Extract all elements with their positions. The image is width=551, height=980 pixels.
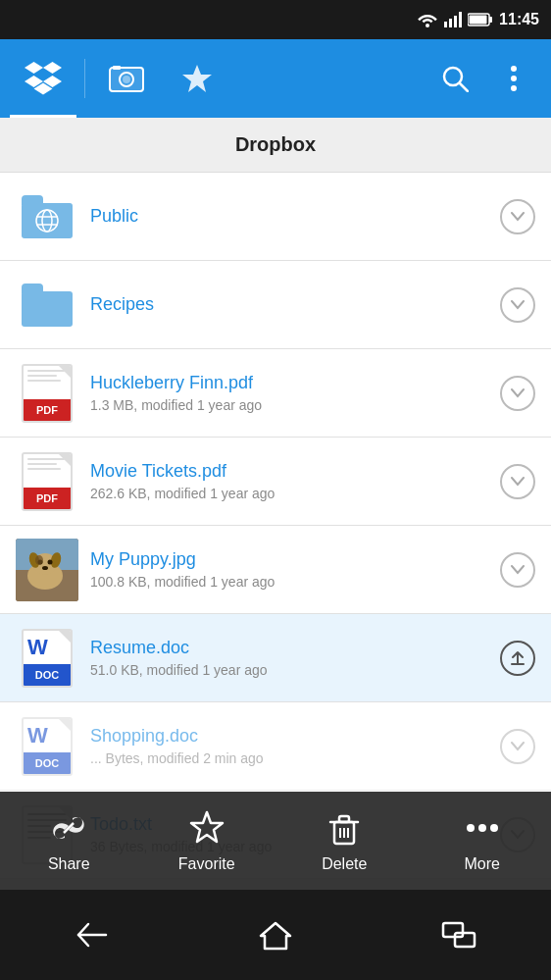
recents-icon [441, 921, 476, 949]
huckleberry-chevron[interactable] [500, 376, 535, 411]
delete-icon [325, 808, 364, 848]
movie-tickets-chevron[interactable] [500, 464, 535, 499]
list-item[interactable]: My Puppy.jpg 100.8 KB, modified 1 year a… [0, 526, 551, 614]
resume-upload-btn[interactable] [500, 641, 535, 676]
shopping-info: Shopping.doc ... Bytes, modified 2 min a… [78, 726, 500, 766]
my-puppy-meta: 100.8 KB, modified 1 year ago [90, 574, 500, 590]
svg-point-50 [490, 824, 498, 832]
public-folder-name: Public [90, 206, 500, 227]
doc-badge-text: DOC [35, 757, 59, 769]
tab-favorites[interactable] [164, 39, 230, 118]
tab-files[interactable] [10, 39, 76, 118]
huckleberry-info: Huckleberry Finn.pdf 1.3 MB, modified 1 … [78, 373, 500, 413]
shopping-chevron[interactable] [500, 729, 535, 764]
svg-point-23 [511, 85, 517, 91]
file-list: Public Recipes [0, 173, 551, 879]
movie-tickets-icon-wrap: PDF [16, 450, 78, 513]
upload-icon [509, 649, 526, 667]
svg-point-22 [511, 76, 517, 81]
recipes-folder-icon-wrap [16, 274, 78, 336]
huckleberry-meta: 1.3 MB, modified 1 year ago [90, 397, 500, 413]
recents-button[interactable] [410, 905, 508, 964]
resume-meta: 51.0 KB, modified 1 year ago [90, 662, 500, 678]
recipes-folder-name: Recipes [90, 294, 500, 315]
status-icons: 11:45 [417, 11, 539, 28]
shopping-icon-wrap: W DOC [16, 715, 78, 778]
favorites-icon [180, 63, 214, 94]
movie-tickets-name: Movie Tickets.pdf [90, 461, 500, 482]
delete-label: Delete [322, 855, 367, 873]
photos-icon [109, 64, 144, 93]
back-button[interactable] [43, 905, 141, 964]
svg-marker-8 [25, 62, 43, 74]
recipes-folder-info: Recipes [78, 294, 500, 315]
search-button[interactable] [427, 51, 482, 106]
list-item[interactable]: Recipes [0, 261, 551, 349]
more-options-icon [510, 65, 518, 92]
svg-rect-3 [454, 16, 457, 27]
more-button[interactable]: More [424, 797, 541, 885]
tab-photos[interactable] [93, 39, 160, 118]
context-menu: Share Favorite Delete More [0, 792, 551, 890]
more-dots-icon [463, 808, 502, 848]
huckleberry-icon-wrap: PDF [16, 362, 78, 425]
list-item[interactable]: W DOC Shopping.doc ... Bytes, modified 2… [0, 702, 551, 791]
pdf-icon: PDF [22, 364, 73, 423]
delete-button[interactable]: Delete [285, 797, 403, 885]
recipes-folder-chevron[interactable] [500, 287, 535, 323]
list-item[interactable]: W DOC Resume.doc 51.0 KB, modified 1 yea… [0, 614, 551, 702]
list-item[interactable]: PDF Movie Tickets.pdf 262.6 KB, modified… [0, 438, 551, 526]
resume-name: Resume.doc [90, 638, 500, 658]
svg-rect-1 [444, 22, 447, 27]
svg-line-20 [460, 83, 468, 91]
svg-point-0 [426, 24, 429, 27]
shopping-name: Shopping.doc [90, 726, 500, 747]
battery-icon [468, 13, 493, 26]
share-label: Share [48, 855, 90, 873]
svg-point-25 [42, 210, 52, 232]
svg-point-49 [478, 824, 486, 832]
puppy-thumbnail [16, 539, 78, 601]
page-title-bar: Dropbox [0, 118, 551, 173]
favorite-button[interactable]: Favorite [148, 797, 266, 885]
doc-icon: W DOC [22, 629, 73, 688]
word-w-icon: W [27, 723, 48, 748]
public-folder-icon [22, 195, 73, 238]
favorite-label: Favorite [178, 855, 235, 873]
huckleberry-name: Huckleberry Finn.pdf [90, 373, 500, 393]
svg-point-36 [48, 559, 53, 564]
more-options-button[interactable] [486, 51, 541, 106]
svg-rect-44 [339, 816, 349, 822]
my-puppy-icon-wrap [16, 539, 78, 601]
globe-icon [33, 207, 61, 234]
share-button[interactable]: Share [10, 797, 127, 885]
app-bar [0, 39, 551, 118]
pdf-icon: PDF [22, 452, 73, 511]
resume-info: Resume.doc 51.0 KB, modified 1 year ago [78, 638, 500, 678]
svg-marker-18 [182, 65, 212, 92]
list-item[interactable]: Public [0, 173, 551, 261]
svg-rect-6 [489, 17, 492, 23]
public-folder-chevron[interactable] [500, 199, 535, 234]
svg-point-24 [36, 210, 58, 232]
recipes-folder-icon [22, 284, 73, 327]
chevron-down-icon [511, 300, 525, 310]
favorite-icon [187, 808, 226, 848]
my-puppy-chevron[interactable] [500, 552, 535, 588]
movie-tickets-info: Movie Tickets.pdf 262.6 KB, modified 1 y… [78, 461, 500, 501]
chevron-down-icon [511, 477, 525, 487]
puppy-image [16, 539, 78, 601]
svg-rect-17 [113, 66, 121, 70]
pdf-badge-text: PDF [36, 404, 58, 416]
list-item[interactable]: PDF Huckleberry Finn.pdf 1.3 MB, modifie… [0, 349, 551, 438]
doc-badge-text: DOC [35, 669, 59, 681]
svg-rect-53 [443, 923, 463, 937]
svg-rect-7 [470, 16, 487, 25]
svg-rect-4 [459, 12, 462, 27]
svg-point-21 [511, 66, 517, 72]
home-button[interactable] [226, 905, 325, 964]
chevron-down-icon [511, 565, 525, 575]
bottom-nav [0, 890, 551, 980]
page-title: Dropbox [235, 133, 316, 156]
chevron-down-icon [511, 742, 525, 751]
